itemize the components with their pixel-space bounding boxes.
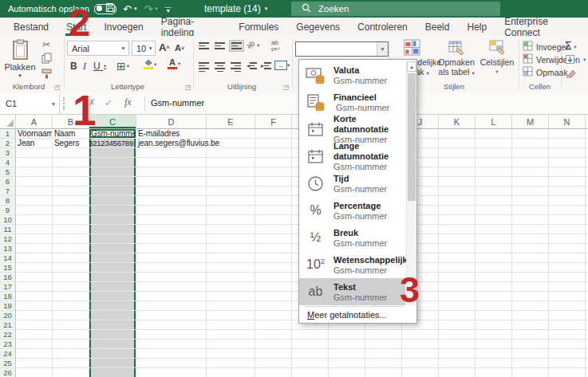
cell-k12[interactable]	[439, 234, 476, 244]
cell-m3[interactable]	[512, 148, 549, 158]
cell-k25[interactable]	[439, 359, 476, 368]
cell-m2[interactable]	[512, 139, 549, 148]
tab-invoegen[interactable]: Invoegen	[95, 18, 152, 36]
cell-n14[interactable]	[549, 253, 586, 263]
cell-n26[interactable]	[549, 368, 586, 377]
tab-bestand[interactable]: Bestand	[5, 18, 57, 36]
search-box[interactable]: Zoeken	[291, 2, 500, 16]
cell-b24[interactable]	[53, 349, 89, 359]
align-right-icon[interactable]	[231, 62, 241, 72]
cell-e24[interactable]	[207, 349, 255, 359]
cell-b14[interactable]	[53, 253, 89, 263]
cell-b20[interactable]	[53, 311, 89, 320]
cell-b11[interactable]	[53, 225, 89, 234]
orientation-icon[interactable]: ab	[245, 39, 256, 50]
cell-n20[interactable]	[549, 311, 586, 320]
cell-f15[interactable]	[255, 263, 292, 273]
cell-l5[interactable]	[476, 167, 512, 177]
cell-e4[interactable]	[207, 158, 255, 167]
format-painter-icon[interactable]	[41, 69, 52, 81]
column-header-d[interactable]: D	[136, 115, 207, 129]
cell-f8[interactable]	[255, 196, 292, 206]
cell-k26[interactable]	[439, 368, 476, 377]
cell-k16[interactable]	[439, 273, 476, 282]
cell-m15[interactable]	[512, 263, 549, 273]
cell-k8[interactable]	[439, 196, 476, 206]
fill-down-icon[interactable]	[565, 54, 575, 65]
cell-m18[interactable]	[512, 292, 549, 301]
cell-k15[interactable]	[439, 263, 476, 273]
cell-l19[interactable]	[476, 301, 512, 311]
row-header-26[interactable]: 26	[0, 368, 16, 377]
cell-a16[interactable]	[16, 273, 53, 282]
cell-h23[interactable]	[329, 340, 365, 349]
cell-k5[interactable]	[439, 167, 476, 177]
enter-check-icon[interactable]: ✓	[105, 97, 112, 108]
cell-c18[interactable]	[89, 292, 136, 301]
cell-f3[interactable]	[255, 148, 292, 158]
column-header-n[interactable]: N	[549, 115, 586, 129]
cell-f19[interactable]	[255, 301, 292, 311]
number-format-dropdown-icon[interactable]: ▼	[377, 42, 388, 56]
tab-controleren[interactable]: Controleren	[349, 18, 416, 36]
cell-l9[interactable]	[476, 206, 512, 215]
cell-d2[interactable]: jean.segers@fluvius.be	[136, 139, 207, 148]
cell-e6[interactable]	[207, 177, 255, 187]
cell-f7[interactable]	[255, 187, 292, 196]
cell-e21[interactable]	[207, 320, 255, 330]
cell-d13[interactable]	[136, 244, 207, 253]
row-header-8[interactable]: 8	[0, 196, 16, 206]
wrap-text-icon[interactable]: abc↩	[271, 40, 280, 53]
cell-c16[interactable]	[89, 273, 136, 282]
cell-b21[interactable]	[53, 320, 89, 330]
cell-e5[interactable]	[207, 167, 255, 177]
cell-b22[interactable]	[53, 330, 89, 340]
cell-k7[interactable]	[439, 187, 476, 196]
cell-b5[interactable]	[53, 167, 89, 177]
cell-a24[interactable]	[16, 349, 53, 359]
cell-h26[interactable]	[329, 368, 365, 377]
cell-m21[interactable]	[512, 320, 549, 330]
cell-d1[interactable]: E-mailadres	[136, 129, 207, 139]
cell-l11[interactable]	[476, 225, 512, 234]
formula-bar-grip[interactable]	[63, 97, 65, 110]
cell-e19[interactable]	[207, 301, 255, 311]
cell-k14[interactable]	[439, 253, 476, 263]
cell-a7[interactable]	[16, 187, 53, 196]
underline-button[interactable]: U ▾	[93, 61, 106, 72]
cell-a14[interactable]	[16, 253, 53, 263]
tab-help[interactable]: Help	[458, 18, 495, 36]
cell-a20[interactable]	[16, 311, 53, 320]
cell-m9[interactable]	[512, 206, 549, 215]
cell-d9[interactable]	[136, 206, 207, 215]
cell-b25[interactable]	[53, 359, 89, 368]
cell-e16[interactable]	[207, 273, 255, 282]
cell-n17[interactable]	[549, 282, 586, 292]
cell-c11[interactable]	[89, 225, 136, 234]
cell-f13[interactable]	[255, 244, 292, 253]
cell-f4[interactable]	[255, 158, 292, 167]
cell-a21[interactable]	[16, 320, 53, 330]
cell-e10[interactable]	[207, 215, 255, 225]
cell-l12[interactable]	[476, 234, 512, 244]
cell-c5[interactable]	[89, 167, 136, 177]
paste-dropdown-icon[interactable]: ▾	[18, 73, 22, 79]
cell-k10[interactable]	[439, 215, 476, 225]
select-all-corner[interactable]	[0, 115, 16, 129]
row-header-6[interactable]: 6	[0, 177, 16, 187]
cell-e14[interactable]	[207, 253, 255, 263]
bold-button[interactable]: B	[70, 61, 77, 72]
row-header-17[interactable]: 17	[0, 282, 16, 292]
cell-m6[interactable]	[512, 177, 549, 187]
format-option-valuta[interactable]: ValutaGsm-nummer	[299, 61, 405, 88]
merge-center-icon[interactable]: ↔▾	[274, 61, 290, 70]
cell-b13[interactable]	[53, 244, 89, 253]
cell-c3[interactable]	[89, 148, 136, 158]
cell-c26[interactable]	[89, 368, 136, 377]
cell-m25[interactable]	[512, 359, 549, 368]
cell-l10[interactable]	[476, 215, 512, 225]
cell-d26[interactable]	[136, 368, 207, 377]
cell-c8[interactable]	[89, 196, 136, 206]
name-box[interactable]: C1 ▼	[0, 93, 60, 114]
cell-f16[interactable]	[255, 273, 292, 282]
